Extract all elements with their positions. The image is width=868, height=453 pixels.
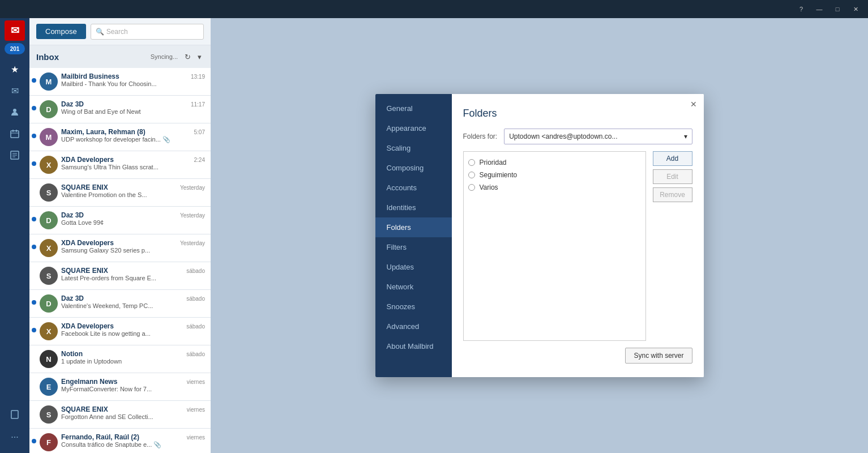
add-folder-button[interactable]: Add: [653, 151, 692, 166]
email-item[interactable]: DDaz 3DYesterdayGotta Love 99¢: [29, 207, 211, 234]
email-item[interactable]: DDaz 3D11:17Wing of Bat and Eye of Newt: [29, 96, 211, 123]
sidebar-item-tasks[interactable]: [5, 145, 25, 165]
refresh-button[interactable]: ↻: [182, 52, 193, 62]
settings-nav-item-network[interactable]: Network: [375, 277, 452, 297]
email-top: XDA DevelopersYesterday: [61, 239, 205, 247]
settings-nav-item-advanced[interactable]: Advanced: [375, 317, 452, 336]
email-item[interactable]: MMaxim, Laura, Rehman (8)5:07UDP worksho…: [29, 123, 211, 151]
folders-list-box: PrioridadSeguimientoVarios: [463, 151, 646, 341]
compose-button[interactable]: Compose: [36, 24, 86, 39]
email-list: MMailbird Business13:19Mailbird - Thank …: [29, 68, 211, 453]
icon-sidebar-bottom: ···: [5, 404, 25, 453]
unread-dot: [32, 328, 36, 332]
email-time: Yesterday: [180, 185, 205, 191]
sidebar-item-calendar[interactable]: [5, 123, 25, 144]
unread-dot: [32, 161, 36, 166]
settings-nav-item-scaling[interactable]: Scaling: [375, 138, 452, 158]
settings-nav-item-updates[interactable]: Updates: [375, 257, 452, 277]
email-subject: Samsung's Ultra Thin Glass scrat...: [61, 164, 205, 170]
settings-nav-item-filters[interactable]: Filters: [375, 237, 452, 257]
email-subject: Valentine's Weekend, Temp PC...: [61, 302, 205, 309]
email-time: sábado: [186, 268, 205, 274]
window-controls: ? — □ ✕: [793, 3, 863, 15]
email-avatar: S: [40, 183, 58, 202]
email-subject: MyFormatConverter: Now for 7...: [61, 386, 205, 392]
email-time: Yesterday: [180, 240, 205, 246]
email-item[interactable]: XXDA DevelopersYesterdaySamsung Galaxy S…: [29, 234, 211, 262]
maximize-button[interactable]: □: [829, 3, 845, 15]
email-item[interactable]: SSQUARE ENIXviernesForgotton Anne and SE…: [29, 401, 211, 429]
email-item[interactable]: EEngelmann NewsviernesMyFormatConverter:…: [29, 373, 211, 401]
folder-radio: [468, 172, 475, 178]
email-subject: Gotta Love 99¢: [61, 219, 205, 226]
email-sender: XDA Developers: [61, 239, 114, 247]
settings-nav-item-general[interactable]: General: [375, 99, 452, 118]
email-avatar: F: [40, 433, 58, 451]
remove-folder-button[interactable]: Remove: [653, 187, 692, 202]
settings-close-button[interactable]: ✕: [688, 99, 699, 110]
settings-nav-item-folders[interactable]: Folders: [375, 217, 452, 237]
title-bar: ? — □ ✕: [0, 0, 868, 18]
settings-nav-item-about[interactable]: About Mailbird: [375, 336, 452, 356]
sidebar-item-mail[interactable]: ✉: [5, 80, 25, 101]
app-body: ✉ 201 ★ ✉ ··· Compose 🔍 Search: [0, 18, 868, 453]
email-sender: XDA Developers: [61, 322, 114, 330]
folder-label: Prioridad: [480, 159, 507, 166]
email-top: XDA Developerssábado: [61, 322, 205, 330]
app-logo: ✉: [5, 20, 25, 41]
email-item[interactable]: NNotionsábado1 update in Uptodown: [29, 345, 211, 373]
sync-server-button[interactable]: Sync with server: [625, 348, 692, 364]
email-subject: Valentine Promotion on the S...: [61, 191, 205, 198]
close-button[interactable]: ✕: [848, 3, 863, 15]
sidebar-item-notes[interactable]: [5, 404, 25, 425]
sync-row: Sync with server: [463, 348, 692, 364]
email-avatar: E: [40, 378, 58, 396]
email-content: SQUARE ENIXYesterdayValentine Promotion …: [61, 183, 205, 198]
email-sender: SQUARE ENIX: [61, 267, 108, 275]
help-button[interactable]: ?: [793, 3, 809, 15]
modal-overlay: ✕ GeneralAppearanceScalingComposingAccou…: [211, 18, 868, 453]
email-item[interactable]: XXDA DeveloperssábadoFacebook Lite is no…: [29, 318, 211, 345]
inbox-menu-button[interactable]: ▾: [195, 52, 204, 62]
settings-title: Folders: [463, 108, 692, 119]
email-list-header: Compose 🔍 Search: [29, 18, 211, 45]
email-item[interactable]: DDaz 3DsábadoValentine's Weekend, Temp P…: [29, 290, 211, 318]
folder-item[interactable]: Prioridad: [468, 156, 641, 169]
search-box[interactable]: 🔍 Search: [91, 24, 204, 40]
edit-folder-button[interactable]: Edit: [653, 169, 692, 184]
email-item[interactable]: MMailbird Business13:19Mailbird - Thank …: [29, 68, 211, 96]
folders-for-label: Folders for:: [463, 133, 498, 140]
email-item[interactable]: SSQUARE ENIXYesterdayValentine Promotion…: [29, 179, 211, 207]
email-time: viernes: [187, 434, 205, 441]
sidebar-item-more[interactable]: ···: [5, 427, 25, 447]
attachment-icon: 📎: [163, 136, 170, 143]
folder-item[interactable]: Seguimiento: [468, 169, 641, 181]
settings-nav-item-accounts[interactable]: Accounts: [375, 178, 452, 198]
email-item[interactable]: FFernando, Raúl, Raúl (2)viernesConsulta…: [29, 429, 211, 453]
unread-dot: [32, 300, 36, 305]
email-item[interactable]: SSQUARE ENIXsábadoLatest Pre-orders from…: [29, 262, 211, 290]
email-content: Daz 3DYesterdayGotta Love 99¢: [61, 211, 205, 226]
folders-for-dropdown[interactable]: Uptodown <andres@uptodown.co... ▾: [504, 129, 692, 144]
settings-nav-item-snoozes[interactable]: Snoozes: [375, 297, 452, 317]
settings-nav-item-composing[interactable]: Composing: [375, 158, 452, 178]
sidebar-item-favorites[interactable]: ★: [5, 59, 25, 79]
minimize-button[interactable]: —: [811, 3, 827, 15]
email-content: Daz 3D11:17Wing of Bat and Eye of Newt: [61, 100, 205, 115]
email-sender: SQUARE ENIX: [61, 183, 108, 191]
settings-nav-item-appearance[interactable]: Appearance: [375, 118, 452, 138]
email-content: Daz 3DsábadoValentine's Weekend, Temp PC…: [61, 294, 205, 309]
email-top: Maxim, Laura, Rehman (8)5:07: [61, 128, 205, 136]
email-top: Fernando, Raúl, Raúl (2)viernes: [61, 433, 205, 441]
email-item[interactable]: XXDA Developers2:24Samsung's Ultra Thin …: [29, 151, 211, 179]
svg-point-0: [13, 109, 16, 112]
settings-content: Folders Folders for: Uptodown <andres@up…: [452, 94, 704, 377]
settings-sidebar: GeneralAppearanceScalingComposingAccount…: [375, 94, 452, 377]
email-subject: Wing of Bat and Eye of Newt: [61, 108, 205, 115]
email-avatar: X: [40, 322, 58, 340]
sidebar-item-contacts[interactable]: [5, 102, 25, 122]
settings-nav-item-identities[interactable]: Identities: [375, 198, 452, 217]
folder-item[interactable]: Varios: [468, 181, 641, 194]
email-time: sábado: [186, 296, 205, 302]
unread-dot: [32, 78, 36, 83]
